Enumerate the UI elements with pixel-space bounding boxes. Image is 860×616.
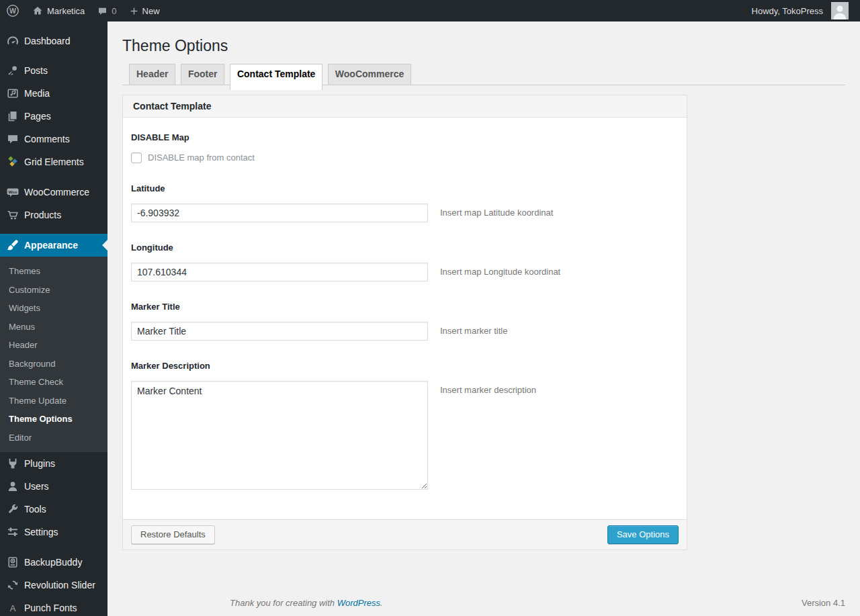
settings-icon [6, 525, 19, 539]
submenu-item-background[interactable]: Background [0, 355, 108, 373]
submenu-item-theme-options[interactable]: Theme Options [0, 410, 108, 429]
field-disable-map: DISABLE Map DISABLE map from contact [131, 132, 679, 163]
sidebar-item-backupbuddy[interactable]: BackupBuddy [0, 551, 108, 574]
media-icon [6, 87, 19, 100]
sidebar-item-label: Punch Fonts [24, 603, 77, 613]
disable-map-checkbox[interactable] [131, 152, 142, 163]
sidebar-item-tools[interactable]: Tools [0, 498, 108, 521]
sidebar-item-label: Posts [24, 65, 48, 76]
latitude-input[interactable] [131, 204, 428, 222]
version-label: Version 4.1 [802, 598, 845, 608]
marker-title-input[interactable] [131, 322, 428, 341]
sidebar-item-label: Comments [24, 134, 70, 144]
sidebar-item-label: Tools [24, 504, 46, 515]
site-name: Marketica [47, 6, 85, 16]
backupbuddy-icon [6, 556, 19, 569]
submenu-item-widgets[interactable]: Widgets [0, 299, 108, 318]
sidebar-item-woocommerce[interactable]: Woo WooCommerce [0, 181, 108, 204]
avatar [831, 2, 849, 19]
field-latitude: Latitude Insert map Latitude koordinat [131, 183, 679, 222]
field-label: DISABLE Map [131, 132, 679, 142]
tab-woocommerce[interactable]: WooCommerce [328, 64, 411, 85]
sidebar-item-products[interactable]: Products [0, 204, 108, 226]
users-icon [6, 480, 19, 493]
appearance-icon [6, 238, 19, 252]
sidebar-item-label: Settings [24, 527, 58, 537]
sidebar-item-media[interactable]: Media [0, 82, 108, 105]
field-label: Marker Title [131, 302, 679, 312]
submenu-item-editor[interactable]: Editor [0, 429, 108, 447]
howdy-text: Howdy, TokoPress [752, 6, 823, 16]
sidebar-item-posts[interactable]: Posts [0, 59, 108, 82]
submenu-item-menus[interactable]: Menus [0, 318, 108, 337]
marker-description-textarea[interactable]: Marker Content [131, 381, 428, 490]
tab-contact-template[interactable]: Contact Template [230, 64, 322, 90]
sidebar-item-label: Pages [24, 111, 51, 122]
panel-footer: Restore Defaults Save Options [123, 519, 687, 549]
comments-icon [6, 132, 19, 146]
page-title: Theme Options [122, 21, 845, 56]
comments-bubble-menu[interactable]: 0 [91, 0, 122, 21]
field-label: Longitude [131, 243, 679, 253]
field-description: Insert map Longitude koordinat [440, 263, 560, 277]
submenu-item-header[interactable]: Header [0, 336, 108, 355]
wordpress-logo-icon[interactable]: W [0, 0, 26, 21]
submenu-item-themes[interactable]: Themes [0, 262, 108, 281]
submenu-item-theme-check[interactable]: Theme Check [0, 373, 108, 392]
svg-text:A: A [10, 603, 16, 613]
plus-icon [129, 6, 139, 16]
sidebar-item-label: BackupBuddy [24, 557, 82, 568]
tab-footer[interactable]: Footer [181, 64, 225, 85]
home-icon [32, 5, 44, 17]
sidebar-item-label: Media [24, 88, 50, 99]
sidebar-item-dashboard[interactable]: Dashboard [0, 30, 108, 52]
new-content-menu[interactable]: New [123, 0, 166, 21]
posts-icon [6, 64, 19, 77]
account-menu[interactable]: Howdy, TokoPress [746, 0, 855, 21]
comments-count: 0 [112, 6, 116, 16]
plugins-icon [6, 457, 19, 470]
tab-header[interactable]: Header [129, 64, 175, 85]
sidebar-item-comments[interactable]: Comments [0, 128, 108, 150]
wordpress-link[interactable]: WordPress [337, 598, 380, 608]
sidebar-item-pages[interactable]: Pages [0, 105, 108, 128]
sidebar-item-label: Dashboard [24, 36, 71, 46]
appearance-submenu: Themes Customize Widgets Menus Header Ba… [0, 257, 108, 452]
sidebar-item-users[interactable]: Users [0, 475, 108, 498]
grid-elements-icon [6, 155, 19, 169]
disable-map-checkbox-label: DISABLE map from contact [148, 152, 255, 163]
sidebar-item-appearance[interactable]: Appearance [0, 234, 108, 257]
svg-text:Woo: Woo [9, 190, 17, 194]
punch-fonts-icon: A [6, 601, 19, 615]
field-marker-title: Marker Title Insert marker title [131, 302, 679, 341]
sidebar-item-label: Appearance [24, 240, 78, 251]
pages-icon [6, 109, 19, 123]
contact-template-panel: Contact Template DISABLE Map DISABLE map… [122, 95, 687, 550]
sidebar-item-revolution-slider[interactable]: Revolution Slider [0, 574, 108, 597]
submenu-item-customize[interactable]: Customize [0, 281, 108, 300]
restore-defaults-button[interactable]: Restore Defaults [131, 525, 215, 544]
comment-bubble-icon [97, 5, 108, 17]
admin-bar: W Marketica 0 New Howdy, TokoPress [0, 0, 860, 21]
field-marker-description: Marker Description Marker Content Insert… [131, 361, 679, 490]
theme-options-tabs: Header Footer Contact Template WooCommer… [122, 63, 845, 85]
sidebar-item-settings[interactable]: Settings [0, 521, 108, 543]
sidebar-item-label: WooCommerce [24, 187, 89, 197]
sidebar-item-label: Plugins [24, 458, 55, 469]
new-label: New [142, 6, 160, 16]
longitude-input[interactable] [131, 263, 428, 281]
field-description: Insert marker title [440, 322, 507, 336]
sidebar-item-label: Revolution Slider [24, 580, 95, 590]
field-description: Insert marker description [440, 381, 536, 395]
sidebar-item-grid-elements[interactable]: Grid Elements [0, 150, 108, 173]
products-icon [6, 208, 19, 222]
main-content: Theme Options Header Footer Contact Temp… [108, 21, 860, 616]
submenu-item-theme-update[interactable]: Theme Update [0, 392, 108, 410]
admin-sidebar: Dashboard Posts Media Pages Comments Gri… [0, 21, 108, 616]
sidebar-item-punch-fonts[interactable]: A Punch Fonts [0, 597, 108, 616]
panel-body: DISABLE Map DISABLE map from contact Lat… [123, 118, 687, 519]
save-options-button[interactable]: Save Options [607, 525, 679, 544]
site-name-menu[interactable]: Marketica [26, 0, 91, 21]
sidebar-item-plugins[interactable]: Plugins [0, 452, 108, 475]
sidebar-item-label: Grid Elements [24, 157, 84, 167]
